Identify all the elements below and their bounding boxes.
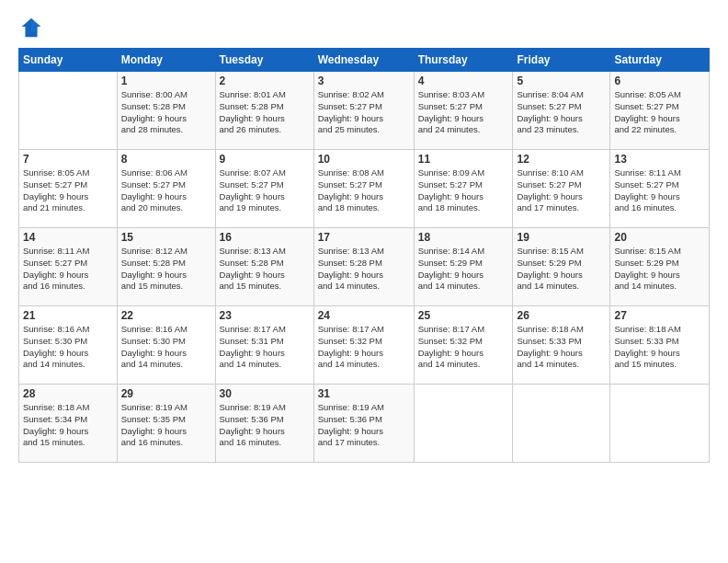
day-info: Sunrise: 8:15 AMSunset: 5:29 PMDaylight:… xyxy=(614,246,705,293)
calendar-cell: 17Sunrise: 8:13 AMSunset: 5:28 PMDayligh… xyxy=(313,228,414,306)
calendar-cell: 5Sunrise: 8:04 AMSunset: 5:27 PMDaylight… xyxy=(513,72,610,150)
day-info: Sunrise: 8:19 AMSunset: 5:36 PMDaylight:… xyxy=(220,402,310,449)
day-number: 31 xyxy=(318,387,410,400)
header xyxy=(18,15,710,40)
calendar-cell: 14Sunrise: 8:11 AMSunset: 5:27 PMDayligh… xyxy=(19,228,118,306)
calendar-cell xyxy=(19,72,118,150)
day-number: 17 xyxy=(318,231,410,244)
day-number: 22 xyxy=(121,309,211,322)
calendar-cell xyxy=(610,385,710,463)
calendar: SundayMondayTuesdayWednesdayThursdayFrid… xyxy=(18,48,710,463)
weekday-header-thursday: Thursday xyxy=(414,49,513,72)
weekday-header-wednesday: Wednesday xyxy=(313,49,414,72)
day-info: Sunrise: 8:13 AMSunset: 5:28 PMDaylight:… xyxy=(318,246,410,293)
calendar-cell: 24Sunrise: 8:17 AMSunset: 5:32 PMDayligh… xyxy=(313,306,414,385)
day-info: Sunrise: 8:17 AMSunset: 5:32 PMDaylight:… xyxy=(418,324,509,371)
calendar-cell: 9Sunrise: 8:07 AMSunset: 5:27 PMDaylight… xyxy=(215,150,313,228)
day-number: 25 xyxy=(418,309,509,322)
calendar-cell: 6Sunrise: 8:05 AMSunset: 5:27 PMDaylight… xyxy=(610,72,710,150)
day-info: Sunrise: 8:18 AMSunset: 5:34 PMDaylight:… xyxy=(23,402,113,449)
day-number: 26 xyxy=(517,309,606,322)
week-row-0: 1Sunrise: 8:00 AMSunset: 5:28 PMDaylight… xyxy=(19,72,710,150)
calendar-cell: 1Sunrise: 8:00 AMSunset: 5:28 PMDaylight… xyxy=(117,72,215,150)
calendar-cell xyxy=(513,385,610,463)
day-number: 16 xyxy=(220,231,310,244)
weekday-header-sunday: Sunday xyxy=(19,49,118,72)
day-number: 7 xyxy=(23,153,113,166)
week-row-2: 14Sunrise: 8:11 AMSunset: 5:27 PMDayligh… xyxy=(19,228,710,306)
calendar-cell: 7Sunrise: 8:05 AMSunset: 5:27 PMDaylight… xyxy=(19,150,118,228)
day-info: Sunrise: 8:05 AMSunset: 5:27 PMDaylight:… xyxy=(614,89,705,136)
day-number: 1 xyxy=(121,75,211,87)
day-info: Sunrise: 8:17 AMSunset: 5:32 PMDaylight:… xyxy=(318,324,410,371)
day-info: Sunrise: 8:07 AMSunset: 5:27 PMDaylight:… xyxy=(220,167,310,214)
calendar-cell: 20Sunrise: 8:15 AMSunset: 5:29 PMDayligh… xyxy=(610,228,710,306)
day-info: Sunrise: 8:18 AMSunset: 5:33 PMDaylight:… xyxy=(614,324,705,371)
day-number: 29 xyxy=(121,387,211,400)
weekday-header-tuesday: Tuesday xyxy=(215,49,313,72)
day-number: 21 xyxy=(23,309,113,322)
day-number: 19 xyxy=(517,231,606,244)
calendar-cell: 4Sunrise: 8:03 AMSunset: 5:27 PMDaylight… xyxy=(414,72,513,150)
day-number: 9 xyxy=(220,153,310,166)
day-number: 11 xyxy=(418,153,509,166)
day-info: Sunrise: 8:12 AMSunset: 5:28 PMDaylight:… xyxy=(121,246,211,293)
calendar-cell: 21Sunrise: 8:16 AMSunset: 5:30 PMDayligh… xyxy=(19,306,118,385)
day-number: 30 xyxy=(220,387,310,400)
day-number: 5 xyxy=(517,75,606,87)
weekday-header-monday: Monday xyxy=(117,49,215,72)
calendar-cell: 31Sunrise: 8:19 AMSunset: 5:36 PMDayligh… xyxy=(313,385,414,463)
calendar-cell: 13Sunrise: 8:11 AMSunset: 5:27 PMDayligh… xyxy=(610,150,710,228)
calendar-cell xyxy=(414,385,513,463)
day-info: Sunrise: 8:06 AMSunset: 5:27 PMDaylight:… xyxy=(121,167,211,214)
calendar-cell: 10Sunrise: 8:08 AMSunset: 5:27 PMDayligh… xyxy=(313,150,414,228)
day-number: 15 xyxy=(121,231,211,244)
calendar-cell: 2Sunrise: 8:01 AMSunset: 5:28 PMDaylight… xyxy=(215,72,313,150)
calendar-cell: 15Sunrise: 8:12 AMSunset: 5:28 PMDayligh… xyxy=(117,228,215,306)
calendar-cell: 27Sunrise: 8:18 AMSunset: 5:33 PMDayligh… xyxy=(610,306,710,385)
day-info: Sunrise: 8:01 AMSunset: 5:28 PMDaylight:… xyxy=(220,89,310,136)
day-info: Sunrise: 8:14 AMSunset: 5:29 PMDaylight:… xyxy=(418,246,509,293)
weekday-header-saturday: Saturday xyxy=(610,49,710,72)
day-info: Sunrise: 8:19 AMSunset: 5:35 PMDaylight:… xyxy=(121,402,211,449)
day-number: 27 xyxy=(614,309,705,322)
calendar-cell: 26Sunrise: 8:18 AMSunset: 5:33 PMDayligh… xyxy=(513,306,610,385)
day-number: 2 xyxy=(220,75,310,87)
day-info: Sunrise: 8:09 AMSunset: 5:27 PMDaylight:… xyxy=(418,167,509,214)
calendar-cell: 22Sunrise: 8:16 AMSunset: 5:30 PMDayligh… xyxy=(117,306,215,385)
calendar-cell: 30Sunrise: 8:19 AMSunset: 5:36 PMDayligh… xyxy=(215,385,313,463)
calendar-cell: 23Sunrise: 8:17 AMSunset: 5:31 PMDayligh… xyxy=(215,306,313,385)
calendar-cell: 3Sunrise: 8:02 AMSunset: 5:27 PMDaylight… xyxy=(313,72,414,150)
day-number: 20 xyxy=(614,231,705,244)
day-number: 24 xyxy=(318,309,410,322)
day-info: Sunrise: 8:16 AMSunset: 5:30 PMDaylight:… xyxy=(23,324,113,371)
day-info: Sunrise: 8:02 AMSunset: 5:27 PMDaylight:… xyxy=(318,89,410,136)
calendar-cell: 18Sunrise: 8:14 AMSunset: 5:29 PMDayligh… xyxy=(414,228,513,306)
day-info: Sunrise: 8:16 AMSunset: 5:30 PMDaylight:… xyxy=(121,324,211,371)
calendar-cell: 29Sunrise: 8:19 AMSunset: 5:35 PMDayligh… xyxy=(117,385,215,463)
day-info: Sunrise: 8:03 AMSunset: 5:27 PMDaylight:… xyxy=(418,89,509,136)
calendar-cell: 12Sunrise: 8:10 AMSunset: 5:27 PMDayligh… xyxy=(513,150,610,228)
day-info: Sunrise: 8:05 AMSunset: 5:27 PMDaylight:… xyxy=(23,167,113,214)
calendar-cell: 8Sunrise: 8:06 AMSunset: 5:27 PMDaylight… xyxy=(117,150,215,228)
day-info: Sunrise: 8:00 AMSunset: 5:28 PMDaylight:… xyxy=(121,89,211,136)
day-number: 8 xyxy=(121,153,211,166)
day-info: Sunrise: 8:17 AMSunset: 5:31 PMDaylight:… xyxy=(220,324,310,371)
day-info: Sunrise: 8:04 AMSunset: 5:27 PMDaylight:… xyxy=(517,89,606,136)
day-info: Sunrise: 8:18 AMSunset: 5:33 PMDaylight:… xyxy=(517,324,606,371)
day-number: 3 xyxy=(318,75,410,87)
day-info: Sunrise: 8:11 AMSunset: 5:27 PMDaylight:… xyxy=(614,167,705,214)
day-number: 10 xyxy=(318,153,410,166)
page: SundayMondayTuesdayWednesdayThursdayFrid… xyxy=(0,0,728,563)
day-info: Sunrise: 8:13 AMSunset: 5:28 PMDaylight:… xyxy=(220,246,310,293)
day-number: 13 xyxy=(614,153,705,166)
logo xyxy=(18,15,48,40)
week-row-4: 28Sunrise: 8:18 AMSunset: 5:34 PMDayligh… xyxy=(19,385,710,463)
day-info: Sunrise: 8:19 AMSunset: 5:36 PMDaylight:… xyxy=(318,402,410,449)
svg-marker-1 xyxy=(31,18,40,32)
day-info: Sunrise: 8:11 AMSunset: 5:27 PMDaylight:… xyxy=(23,246,113,293)
week-row-1: 7Sunrise: 8:05 AMSunset: 5:27 PMDaylight… xyxy=(19,150,710,228)
day-number: 12 xyxy=(517,153,606,166)
calendar-cell: 28Sunrise: 8:18 AMSunset: 5:34 PMDayligh… xyxy=(19,385,118,463)
logo-icon xyxy=(18,15,44,40)
